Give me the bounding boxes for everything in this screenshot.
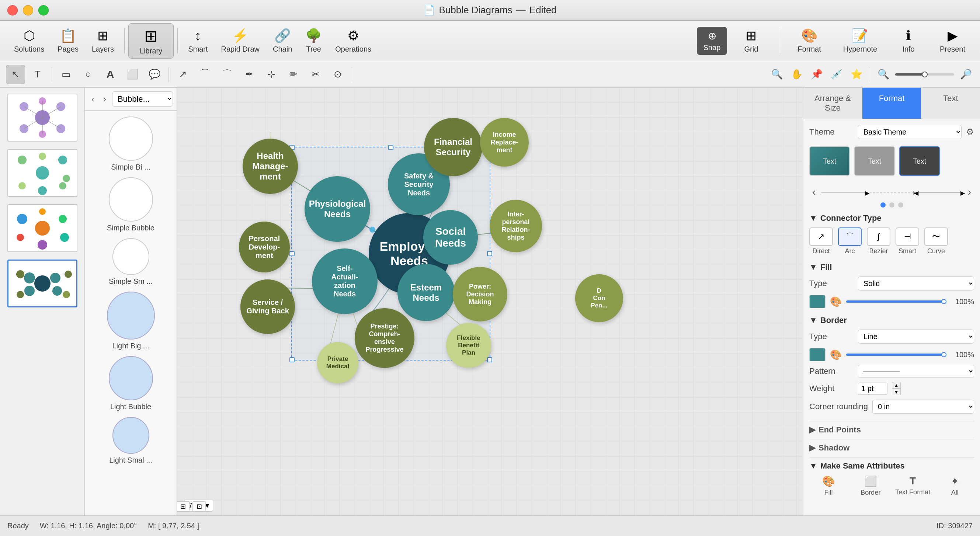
bubble-income[interactable]: IncomeReplace-ment [480,118,529,167]
zoom-out-button[interactable]: 🔍 [769,66,785,83]
canvas-area[interactable]: EmployeeNeeds PhysiologicalNeeds Safety … [177,88,803,515]
layers-button[interactable]: ⊞ Layers [85,25,121,56]
arrows-prev[interactable]: ‹ [809,184,819,199]
arc-tool[interactable]: ⌒ [218,65,237,84]
stamp-tool[interactable]: ⊙ [328,65,347,84]
zoom-plus[interactable]: 🔎 [958,66,974,83]
scissors-tool[interactable]: ✂ [306,65,325,84]
eyedrop-tool[interactable]: 💉 [829,66,845,83]
style-swatch-1[interactable]: Text [809,146,850,176]
thumbnail-3[interactable] [4,204,81,252]
border-header[interactable]: ▼ Border [809,316,974,325]
connector-type-header[interactable]: ▼ Connector Type [809,213,974,223]
end-points-header[interactable]: ▶ End Points [809,425,974,435]
pen-tool[interactable]: ✒ [240,65,259,84]
grid-button[interactable]: ⊞ Grid [735,26,768,56]
close-button[interactable] [7,5,18,16]
border-color-wheel[interactable]: 🎨 [830,349,842,361]
theme-select[interactable]: Basic Theme [858,125,962,139]
arrow-tool[interactable]: ↗ [173,65,192,84]
border-corner-select[interactable]: 0 in [872,399,974,414]
dot-3[interactable] [898,202,903,208]
bubble-health[interactable]: HealthManage-ment [243,138,298,194]
bubble-financial[interactable]: FinancialSecurity [424,118,482,176]
fit-page-button[interactable]: ⊞ [177,501,189,512]
maximize-button[interactable] [38,5,49,16]
dot-2[interactable] [889,202,894,208]
fill-type-select[interactable]: Solid [858,277,974,291]
hypernote-button[interactable]: 📝 Hypernote [836,26,885,56]
border-weight-input[interactable] [858,383,888,395]
rect-tool[interactable]: ▭ [56,65,76,84]
bubble-interpersonal[interactable]: Inter-personalRelation-ships [490,200,542,252]
zoom-dropdown-arrow[interactable]: ▾ [205,501,209,510]
conn-bezier[interactable]: ∫ Bezier [867,227,890,255]
conn-smart[interactable]: ⊣ Smart [896,227,919,255]
attr-text-format[interactable]: T Text Format [894,475,932,496]
template-light-smal[interactable]: Light Smal ... [89,417,173,464]
attr-fill[interactable]: 🎨 Fill [809,475,848,496]
bubble-service[interactable]: Service /Giving Back [240,280,295,334]
conn-direct[interactable]: ↗ Direct [809,227,833,255]
ellipse-tool[interactable]: ○ [78,65,98,84]
smart-button[interactable]: ↕ Smart [181,25,214,56]
template-light-big[interactable]: Light Big ... [89,292,173,350]
bubble-power[interactable]: Power:DecisionMaking [453,267,508,321]
shadow-header[interactable]: ▶ Shadow [809,443,974,453]
theme-settings-icon[interactable]: ⚙ [966,127,974,137]
make-same-header[interactable]: ▼ Make Same Attributes [809,461,974,471]
bubble-physiological[interactable]: PhysiologicalNeeds [305,176,370,242]
tab-text[interactable]: Text [921,88,980,119]
bubble-self-actualization[interactable]: Self-Actuali-zationNeeds [312,248,377,314]
fill-color-swatch[interactable] [809,295,826,308]
snap-button[interactable]: ⊕ Snap [697,27,727,55]
zoom-minus[interactable]: 🔍 [875,66,891,83]
conn-arc[interactable]: ⌒ Arc [838,227,862,255]
magic-tool[interactable]: ⭐ [848,66,865,83]
curve-tool[interactable]: ⌒ [196,65,215,84]
template-simple-bi[interactable]: Simple Bi ... [89,116,173,172]
format-button[interactable]: 🎨 Format [790,26,828,56]
present-button[interactable]: ▶ Present [932,26,973,56]
template-simple-sm[interactable]: Simple Sm ... [89,238,173,286]
thumbnail-1[interactable] [4,94,81,142]
fill-slider-track[interactable] [846,301,944,303]
minimize-button[interactable] [23,5,33,16]
bubble-personal[interactable]: PersonalDevelop-ment [239,221,290,272]
style-swatch-3[interactable]: Text [899,146,940,176]
weight-down[interactable]: ▼ [892,388,901,395]
thumbnail-4[interactable] [4,259,81,307]
operations-button[interactable]: ⚙ Operations [329,25,378,56]
nav-next[interactable]: › [100,92,109,106]
attr-border[interactable]: ⬜ Border [851,475,890,496]
fill-header[interactable]: ▼ Fill [809,262,974,272]
library-button[interactable]: ⊞ Library [128,23,173,59]
template-simple-bubble[interactable]: Simple Bubble [89,177,173,232]
bubble-social[interactable]: SocialNeeds [423,210,478,265]
text-box-tool[interactable]: ⬜ [123,65,142,84]
thumbnail-2[interactable] [4,149,81,197]
pin-tool[interactable]: 📌 [808,66,825,83]
solutions-button[interactable]: ⬡ Solutions [7,25,51,56]
comment-tool[interactable]: 💬 [145,65,164,84]
bubble-private-medical[interactable]: PrivateMedical [317,342,358,383]
label-tool[interactable]: A [101,65,120,84]
tab-arrange-size[interactable]: Arrange & Size [803,88,862,119]
tab-format[interactable]: Format [862,88,921,119]
select-tool[interactable]: ↖ [6,65,25,84]
pan-tool[interactable]: ✋ [789,66,805,83]
bubble-flexible[interactable]: FlexibleBenefitPlan [446,323,491,368]
bubble-esteem[interactable]: EsteemNeeds [398,264,455,321]
connect-tool[interactable]: ⊹ [262,65,281,84]
conn-curve[interactable]: 〜 Curve [924,227,948,255]
draw-tool[interactable]: ✏ [284,65,303,84]
info-button[interactable]: ℹ Info [892,26,925,56]
text-tool[interactable]: T [28,65,47,84]
attr-all[interactable]: ✦ All [936,475,974,496]
border-pattern-select[interactable]: ————— [858,365,974,377]
actual-size-button[interactable]: ⊡ [192,501,206,512]
border-slider-track[interactable] [846,353,944,356]
bubble-prestige[interactable]: Prestige:Compreh-ensiveProgressive [355,308,414,368]
style-swatch-2[interactable]: Text [854,146,895,176]
arrows-next[interactable]: › [965,184,974,199]
